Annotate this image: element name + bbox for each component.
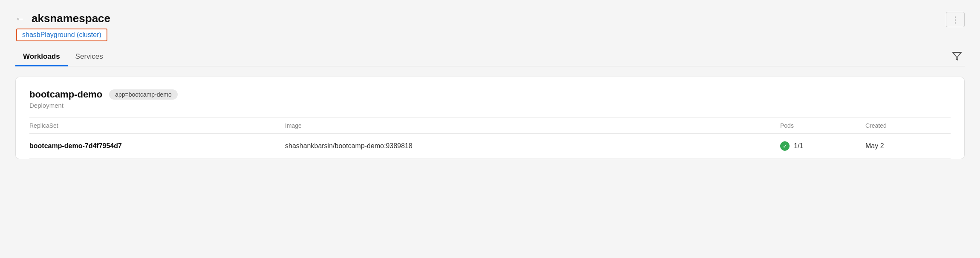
col-header-replicaset: ReplicaSet: [29, 122, 285, 129]
header-area: ← aksnamespace shasbPlayground (cluster)…: [15, 12, 965, 41]
table-row: bootcamp-demo-7d4f7954d7 shashankbarsin/…: [29, 134, 951, 159]
tabs-row: Workloads Services: [15, 48, 965, 66]
table-header-row: ReplicaSet Image Pods Created: [29, 118, 951, 134]
col-header-pods: Pods: [780, 122, 865, 129]
cell-pods: ✓ 1/1: [780, 141, 865, 151]
cell-created: May 2: [865, 142, 951, 150]
page-container: ← aksnamespace shasbPlayground (cluster)…: [0, 0, 980, 258]
check-icon: ✓: [780, 141, 790, 151]
deployment-header: bootcamp-demo app=bootcamp-demo: [29, 89, 951, 100]
title-row: ← aksnamespace: [15, 12, 110, 25]
page-title: aksnamespace: [32, 12, 110, 25]
back-button[interactable]: ←: [15, 13, 25, 24]
cluster-badge[interactable]: shasbPlayground (cluster): [16, 29, 107, 41]
tab-services[interactable]: Services: [68, 48, 111, 66]
svg-marker-0: [953, 52, 961, 60]
deployment-type: Deployment: [29, 102, 951, 109]
deployment-name: bootcamp-demo: [29, 89, 102, 100]
tabs-left: Workloads Services: [15, 48, 111, 66]
more-button[interactable]: ⋮: [946, 12, 965, 27]
col-header-image: Image: [285, 122, 780, 129]
header-left: ← aksnamespace shasbPlayground (cluster): [15, 12, 110, 41]
filter-icon[interactable]: [949, 49, 965, 66]
col-header-created: Created: [865, 122, 951, 129]
tab-workloads[interactable]: Workloads: [15, 48, 68, 66]
cell-replicaset: bootcamp-demo-7d4f7954d7: [29, 142, 285, 150]
cell-image: shashankbarsin/bootcamp-demo:9389818: [285, 142, 780, 150]
pods-count: 1/1: [794, 142, 803, 150]
content-card: bootcamp-demo app=bootcamp-demo Deployme…: [15, 77, 965, 159]
label-badge: app=bootcamp-demo: [109, 89, 178, 100]
